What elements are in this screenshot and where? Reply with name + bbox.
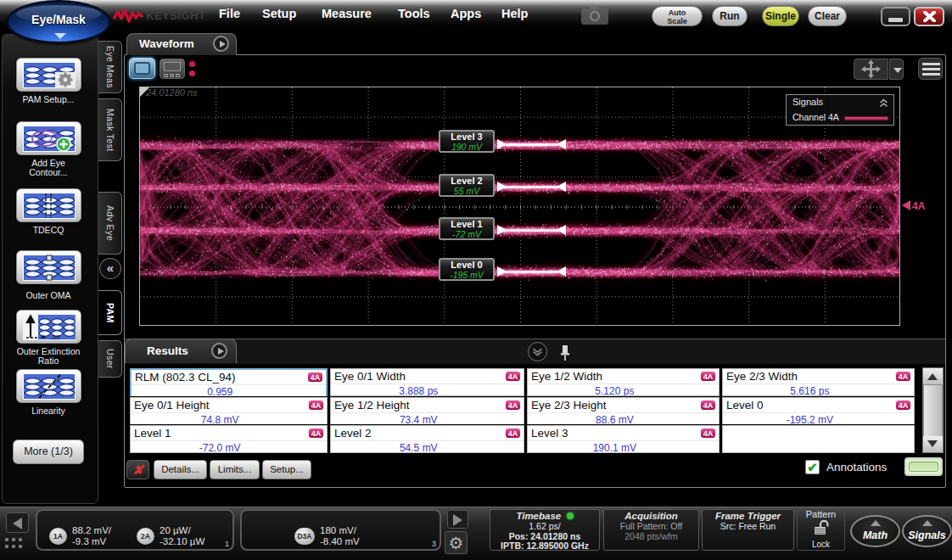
svg-text:..3/0: ..3/0 <box>49 334 60 340</box>
